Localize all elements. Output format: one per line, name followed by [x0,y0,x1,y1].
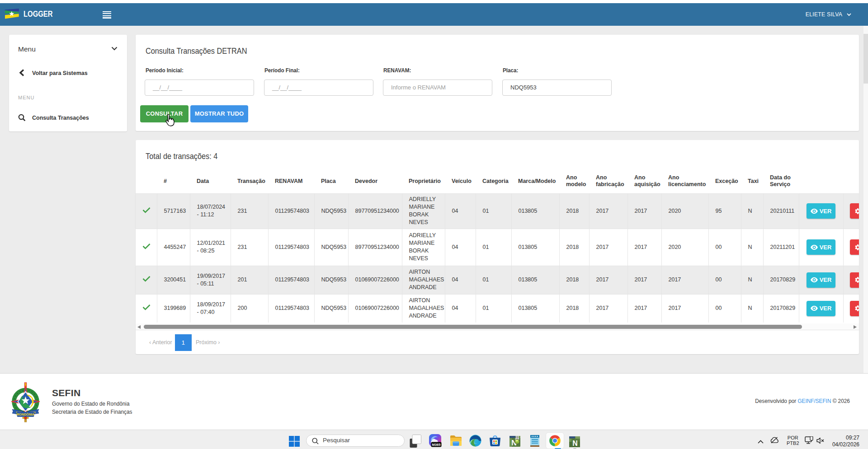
svg-text:N: N [572,440,578,447]
svg-text:M365: M365 [432,443,441,447]
svg-text:RONDÔNIA: RONDÔNIA [17,412,34,416]
